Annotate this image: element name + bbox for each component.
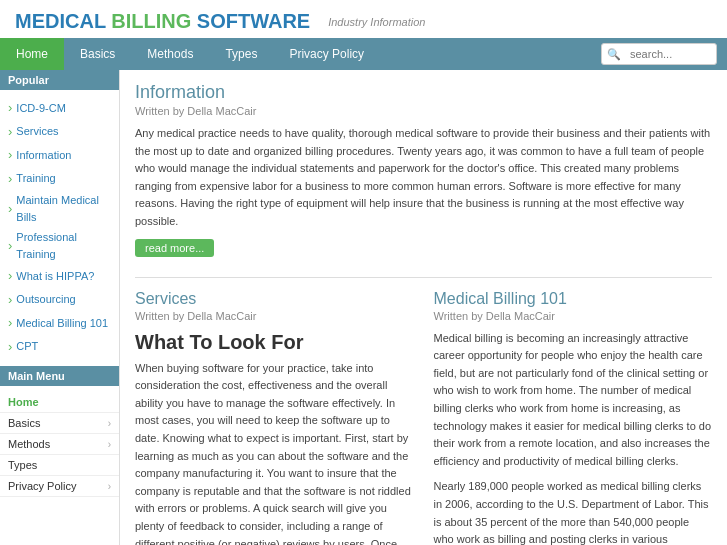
menu-methods[interactable]: Methods › — [0, 434, 119, 455]
search-box[interactable]: 🔍 — [601, 43, 717, 65]
sidebar-link-maintain[interactable]: Maintain Medical Bills — [0, 190, 119, 227]
search-icon: 🔍 — [602, 48, 626, 61]
sidebar-link-outsourcing[interactable]: Outsourcing — [0, 288, 119, 312]
logo: MEDICAL BILLING SOFTWARE — [15, 10, 310, 33]
main-menu: Home Basics › Methods › Types Privacy Po… — [0, 388, 119, 505]
sidebar-link-cpt[interactable]: CPT — [0, 335, 119, 359]
main-content: Information Written by Della MacCair Any… — [120, 70, 727, 545]
chevron-icon: › — [108, 418, 111, 429]
sidebar-link-training[interactable]: Training — [0, 167, 119, 191]
sidebar-link-information[interactable]: Information — [0, 143, 119, 167]
nav-bar: Home Basics Methods Types Privacy Policy… — [0, 38, 727, 70]
article-services-title: Services — [135, 290, 414, 308]
chevron-icon: › — [108, 439, 111, 450]
chevron-icon: › — [108, 481, 111, 492]
article-information-readmore[interactable]: read more... — [135, 239, 214, 257]
article-billing101-body1: Medical billing is becoming an increasin… — [434, 330, 713, 471]
article-billing101: Medical Billing 101 Written by Della Mac… — [434, 290, 713, 545]
article-services-body: When buying software for your practice, … — [135, 360, 414, 545]
main-layout: Popular ICD-9-CM Services Information Tr… — [0, 70, 727, 545]
nav-privacy-policy[interactable]: Privacy Policy — [273, 38, 380, 70]
main-menu-title: Main Menu — [0, 366, 119, 386]
menu-types[interactable]: Types — [0, 455, 119, 476]
logo-billing: BILLING — [106, 10, 192, 32]
nav-basics[interactable]: Basics — [64, 38, 131, 70]
article-services-author: Written by Della MacCair — [135, 310, 414, 322]
menu-privacy[interactable]: Privacy Policy › — [0, 476, 119, 497]
popular-section-title: Popular — [0, 70, 119, 90]
article-information-body: Any medical practice needs to have quali… — [135, 125, 712, 231]
logo-medical: MEDICAL — [15, 10, 106, 32]
nav-types[interactable]: Types — [209, 38, 273, 70]
header: MEDICAL BILLING SOFTWARE Industry Inform… — [0, 0, 727, 38]
two-col-section: Services Written by Della MacCair What T… — [135, 290, 712, 545]
menu-basics[interactable]: Basics › — [0, 413, 119, 434]
nav-methods[interactable]: Methods — [131, 38, 209, 70]
article-information-author: Written by Della MacCair — [135, 105, 712, 117]
nav-home[interactable]: Home — [0, 38, 64, 70]
article-services: Services Written by Della MacCair What T… — [135, 290, 414, 545]
article-information: Information Written by Della MacCair Any… — [135, 82, 712, 269]
divider — [135, 277, 712, 278]
sidebar-link-icd9[interactable]: ICD-9-CM — [0, 96, 119, 120]
site-subtitle: Industry Information — [328, 16, 425, 28]
article-billing101-author: Written by Della MacCair — [434, 310, 713, 322]
sidebar-link-services[interactable]: Services — [0, 120, 119, 144]
sidebar: Popular ICD-9-CM Services Information Tr… — [0, 70, 120, 545]
search-input[interactable] — [626, 46, 716, 62]
menu-home[interactable]: Home — [0, 392, 119, 413]
sidebar-link-hippa[interactable]: What is HIPPA? — [0, 264, 119, 288]
logo-software: SOFTWARE — [191, 10, 310, 32]
article-billing101-body2: Nearly 189,000 people worked as medical … — [434, 478, 713, 545]
article-information-title: Information — [135, 82, 712, 103]
article-services-subtitle: What To Look For — [135, 330, 414, 354]
popular-links: ICD-9-CM Services Information Training M… — [0, 92, 119, 366]
article-billing101-title: Medical Billing 101 — [434, 290, 713, 308]
sidebar-link-professional[interactable]: Professional Training — [0, 227, 119, 264]
sidebar-link-billing101[interactable]: Medical Billing 101 — [0, 311, 119, 335]
